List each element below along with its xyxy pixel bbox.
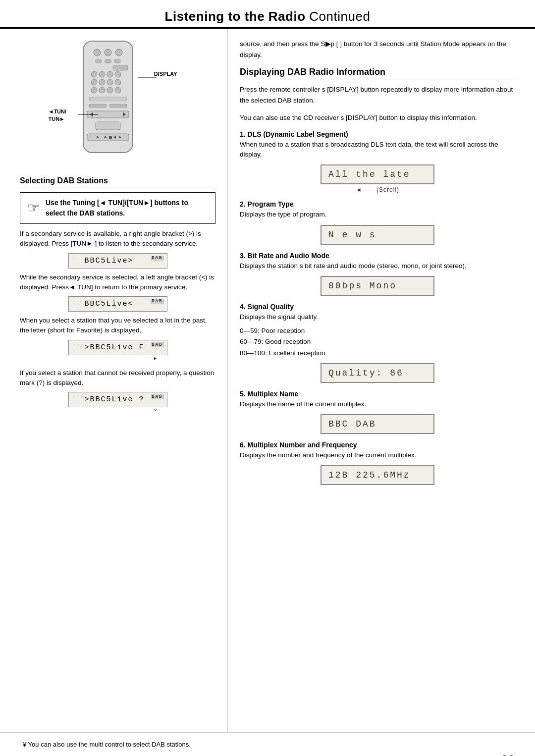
svg-rect-5 (105, 59, 111, 63)
tun-label-left: ◄TUN/ (49, 108, 67, 114)
right-item-1-body: When tuned to a station that s broadcast… (240, 140, 515, 160)
f-label: F (154, 356, 158, 362)
right-item-6: 6. Multiplex Number and Frequency Displa… (240, 441, 515, 485)
svg-point-16 (107, 87, 113, 93)
svg-point-8 (91, 71, 97, 77)
dot-indicator-4: ··· (72, 394, 84, 400)
right-section-title: Displaying DAB Radio Information (240, 67, 515, 79)
right-item-3-title: 3. Bit Rate and Audio Mode (240, 252, 515, 260)
svg-rect-20 (89, 97, 127, 101)
svg-point-19 (115, 87, 121, 93)
item-3-number: 3. (240, 252, 246, 260)
item-6-number: 6. (240, 441, 246, 449)
lcd-quality: Quality: 86 (321, 363, 434, 383)
hand-icon: ☞ (27, 200, 40, 216)
svg-point-1 (94, 49, 101, 56)
svg-point-13 (107, 79, 113, 85)
remote-svg (68, 39, 148, 158)
right-intro-2: You can also use the CD receiver s [DISP… (240, 112, 515, 123)
dab-badge-4: DAB (151, 394, 163, 399)
right-item-6-title: 6. Multiplex Number and Frequency (240, 441, 515, 449)
lcd-bitrate-text: 80bps Mono (328, 281, 397, 291)
svg-point-3 (115, 49, 122, 56)
svg-point-11 (91, 79, 97, 85)
source-text: source, and then press the S▶p [ ] butto… (240, 39, 515, 60)
quality-poor: 0—59: Poor reception (240, 326, 515, 336)
svg-rect-4 (96, 59, 102, 63)
left-para-2: While the secondary service is selected,… (20, 272, 215, 293)
svg-point-10 (107, 71, 113, 77)
right-item-6-body: Displays the number and frequency of the… (240, 450, 515, 460)
dab-badge-1: DAB (151, 256, 163, 261)
scroll-arrow: ◄----- (Scroll) (240, 186, 515, 193)
right-item-4-title: 4. Signal Quality (240, 303, 515, 311)
right-item-2-body: Displays the type of program. (240, 210, 515, 219)
lcd-multiplex-name: BBC DAB (321, 414, 434, 434)
item-6-title-text: Multiplex Number and Frequency (248, 441, 357, 449)
item-4-number: 4. (240, 303, 246, 311)
tun-label: ◄TUN/ TUN► (49, 108, 67, 123)
remote-illustration: DISPLAY ◄TUN/ TUN► (20, 39, 215, 167)
item-2-number: 2. (240, 200, 246, 208)
item-2-title-text: Program Type (248, 200, 294, 208)
lcd-display-3: ··· DAB >BBC5Live F F (68, 340, 167, 355)
svg-point-12 (99, 79, 105, 85)
svg-point-18 (115, 79, 121, 85)
tuning-instructions: Use the Tuning [◄ TUN]/[TUN►] buttons to… (46, 198, 208, 218)
svg-point-14 (91, 87, 97, 93)
svg-point-15 (99, 87, 105, 93)
dot-indicator-2: ··· (72, 299, 84, 304)
right-item-1: 1. DLS (Dynamic Label Segment) When tune… (240, 130, 515, 194)
quality-list: 0—59: Poor reception 60—79: Good recepti… (240, 326, 515, 358)
right-item-4-body: Displays the signal quality. (240, 312, 515, 322)
header-title-continued: Continued (309, 9, 370, 24)
svg-rect-22 (109, 104, 127, 108)
dab-badge-2: DAB (151, 299, 163, 304)
dot-indicator-1: ··· (72, 256, 84, 261)
right-item-5-title: 5. Multiplex Name (240, 390, 515, 398)
right-item-5: 5. Multiplex Name Displays the name of t… (240, 390, 515, 434)
item-1-title-text: DLS (Dynamic Label Segment) (248, 130, 348, 138)
svg-rect-7 (113, 65, 128, 70)
lcd-display-1: ··· DAB BBC5Live> (68, 253, 167, 269)
q-label: ? (154, 408, 158, 414)
lcd-quality-text: Quality: 86 (328, 368, 404, 378)
svg-point-17 (115, 71, 121, 77)
right-item-2: 2. Program Type Displays the type of pro… (240, 200, 515, 244)
tun-label-right: TUN► (49, 116, 65, 122)
lcd-program-type: N e w s (321, 225, 434, 245)
page-number: 39 (501, 753, 515, 756)
item-5-title-text: Multiplex Name (248, 390, 299, 398)
right-item-5-body: Displays the name of the current multipl… (240, 399, 515, 409)
left-para-1: If a secondary service is available, a r… (20, 229, 215, 249)
item-5-number: 5. (240, 390, 246, 398)
right-item-1-title: 1. DLS (Dynamic Label Segment) (240, 130, 515, 138)
svg-rect-30 (109, 136, 112, 139)
left-column: DISPLAY ◄TUN/ TUN► Selecting DAB Station… (0, 29, 228, 732)
tuning-box: ☞ Use the Tuning [◄ TUN]/[TUN►] buttons … (20, 192, 215, 224)
svg-rect-26 (96, 122, 120, 130)
item-4-title-text: Signal Quality (248, 303, 294, 311)
right-item-3: 3. Bit Rate and Audio Mode Displays the … (240, 252, 515, 296)
footer-bullet-1: You can also use the multi control to se… (20, 740, 515, 750)
right-intro-1: Press the remote controller s [DISPLAY] … (240, 84, 515, 106)
quality-good: 60—79: Good reception (240, 337, 515, 347)
lcd-text-3: >BBC5Live F (74, 343, 145, 352)
svg-rect-27 (87, 134, 129, 141)
svg-rect-6 (114, 59, 120, 63)
right-item-3-body: Displays the station s bit rate and audi… (240, 261, 515, 271)
header-title-bold: Listening to the Radio (165, 9, 306, 24)
svg-rect-23 (87, 111, 129, 118)
page-header: Listening to the Radio Continued (0, 0, 535, 29)
left-para-4: If you select a station that cannot be r… (20, 368, 215, 388)
lcd-multiplex-freq: 12B 225.6MHz (321, 465, 434, 485)
lcd-dls: All the late (321, 164, 434, 184)
display-label: DISPLAY (154, 71, 177, 77)
item-1-number: 1. (240, 130, 246, 138)
lcd-program-type-text: N e w s (328, 230, 376, 240)
lcd-text-4: >BBC5Live ? (74, 395, 145, 404)
left-section-title: Selecting DAB Stations (20, 176, 215, 187)
dab-badge-3: DAB (151, 342, 163, 347)
lcd-display-4: ··· DAB >BBC5Live ? ? (68, 392, 167, 407)
dot-indicator-3: ··· (72, 342, 84, 348)
